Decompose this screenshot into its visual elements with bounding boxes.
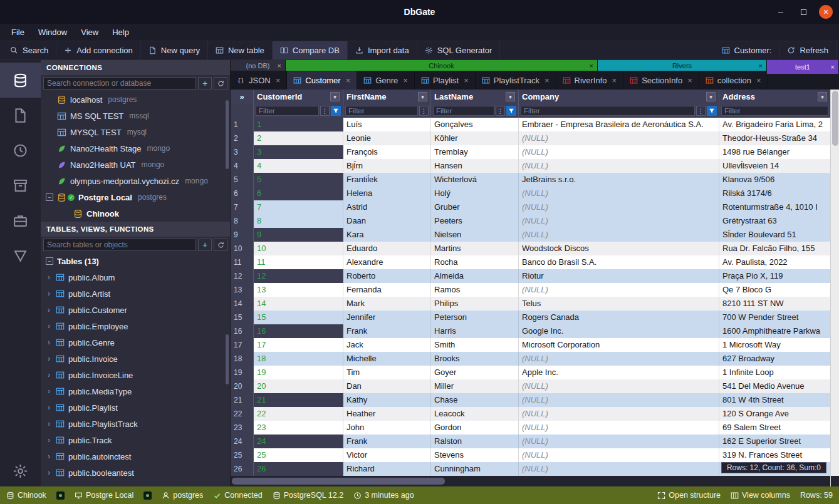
filter-input[interactable]: [521, 106, 695, 116]
document-tab[interactable]: Playlist ×: [415, 71, 476, 90]
tables-group-row[interactable]: − Tables (13): [41, 253, 230, 269]
firstname-cell[interactable]: Heather: [343, 407, 431, 421]
connection-item[interactable]: − Nano2Health UAT mongo: [41, 157, 230, 173]
row-number-cell[interactable]: 5: [231, 173, 254, 187]
company-cell[interactable]: (NULL): [519, 393, 719, 407]
connection-item[interactable]: − Chinook: [41, 205, 230, 222]
row-number-cell[interactable]: 8: [231, 214, 254, 228]
statusbar-action[interactable]: Open structure: [657, 491, 721, 500]
tables-search-input[interactable]: [43, 239, 196, 251]
table-item[interactable]: › public.Track: [41, 432, 230, 448]
table-row[interactable]: 11 11 Alexandre Rocha Banco do Brasil S.…: [231, 255, 830, 269]
column-dropdown-button[interactable]: ▾: [506, 92, 515, 101]
lastname-cell[interactable]: Stevens: [431, 448, 519, 462]
row-number-cell[interactable]: 21: [231, 393, 254, 407]
address-cell[interactable]: Sĺnder Boulevard 51: [719, 228, 830, 242]
lastname-cell[interactable]: Martins: [431, 242, 519, 255]
customerid-cell[interactable]: 2: [254, 131, 343, 145]
document-tab[interactable]: PlaylistTrack ×: [476, 71, 556, 90]
table-row[interactable]: 9 9 Kara Nielsen (NULL) Sĺnder Boulevard…: [231, 228, 830, 242]
company-cell[interactable]: (NULL): [519, 200, 719, 214]
column-header[interactable]: Address ▾: [719, 90, 830, 104]
table-row[interactable]: 20 20 Dan Miller (NULL) 541 Del Medio Av…: [231, 379, 830, 393]
menu-item[interactable]: View: [75, 26, 105, 39]
row-number-cell[interactable]: 26: [231, 462, 254, 476]
row-number-cell[interactable]: 11: [231, 255, 254, 269]
filter-input[interactable]: [721, 106, 828, 116]
close-icon[interactable]: ×: [687, 76, 692, 85]
chevron-right-icon[interactable]: ›: [46, 419, 52, 428]
expander-icon[interactable]: −: [46, 193, 53, 201]
row-number-cell[interactable]: 17: [231, 338, 254, 352]
firstname-cell[interactable]: Alexandre: [343, 255, 431, 269]
connection-item[interactable]: − MS SQL TEST mssql: [41, 108, 230, 124]
lastname-cell[interactable]: Gordon: [431, 421, 519, 435]
toolbar-button[interactable]: Search: [3, 41, 56, 59]
lastname-cell[interactable]: Goyer: [431, 366, 519, 379]
column-header[interactable]: LastName ▾: [431, 90, 519, 104]
funnel-icon-button[interactable]: [331, 106, 341, 116]
row-number-cell[interactable]: 10: [231, 242, 254, 255]
firstname-cell[interactable]: Bjĺrn: [343, 159, 431, 173]
scrollbar-thumb[interactable]: [232, 478, 445, 485]
chevron-right-icon[interactable]: ›: [46, 273, 52, 282]
table-row[interactable]: 16 16 Frank Harris Google Inc. 1600 Amph…: [231, 324, 830, 338]
company-cell[interactable]: Embraer - Empresa Brasileira de Aeronáut…: [519, 118, 719, 131]
table-row[interactable]: 10 10 Eduardo Martins Woodstock Discos R…: [231, 242, 830, 255]
menu-item[interactable]: Window: [32, 26, 73, 39]
firstname-cell[interactable]: Frantiĺek: [343, 173, 431, 187]
customerid-cell[interactable]: 7: [254, 200, 343, 214]
column-dropdown-button[interactable]: ▾: [818, 92, 827, 101]
company-cell[interactable]: (NULL): [519, 421, 719, 435]
customerid-cell[interactable]: 14: [254, 297, 343, 311]
chevron-right-icon[interactable]: ›: [46, 403, 52, 412]
lastname-cell[interactable]: Gruber: [431, 200, 519, 214]
menu-item[interactable]: File: [5, 26, 31, 39]
company-cell[interactable]: (NULL): [519, 131, 719, 145]
chevron-right-icon[interactable]: ›: [46, 468, 52, 477]
document-tab[interactable]: Genre ×: [357, 71, 415, 90]
table-row[interactable]: 6 6 Helena Holý (NULL) Rilská 3174/6: [231, 187, 830, 200]
lastname-cell[interactable]: Ralston: [431, 435, 519, 448]
statusbar-action[interactable]: Rows: 59: [800, 491, 833, 500]
funnel-icon-button[interactable]: [707, 106, 717, 116]
address-cell[interactable]: Av. Brigadeiro Faria Lima, 2: [719, 118, 830, 131]
close-icon[interactable]: ×: [612, 76, 617, 85]
table-item[interactable]: › public.booleantest: [41, 465, 230, 481]
toolbar-button[interactable]: New query: [141, 41, 208, 59]
horizontal-scrollbar[interactable]: [231, 476, 830, 486]
firstname-cell[interactable]: Jennifer: [343, 311, 431, 324]
database-group-tab[interactable]: Rivers ×: [598, 60, 767, 71]
table-item[interactable]: › public.Playlist: [41, 399, 230, 416]
expander-icon[interactable]: −: [46, 257, 53, 265]
customerid-cell[interactable]: 18: [254, 352, 343, 366]
row-number-cell[interactable]: 14: [231, 297, 254, 311]
table-row[interactable]: 23 23 John Gordon (NULL) 69 Salem Street: [231, 421, 830, 435]
lastname-cell[interactable]: Peterson: [431, 311, 519, 324]
row-number-cell[interactable]: 6: [231, 187, 254, 200]
customerid-cell[interactable]: 4: [254, 159, 343, 173]
lastname-cell[interactable]: Smith: [431, 338, 519, 352]
filter-menu-button[interactable]: ⋮: [320, 106, 330, 116]
row-number-cell[interactable]: 25: [231, 448, 254, 462]
table-row[interactable]: 4 4 Bjĺrn Hansen (NULL) Ullevĺlsveien 14: [231, 159, 830, 173]
row-number-cell[interactable]: 12: [231, 269, 254, 283]
customerid-cell[interactable]: 1: [254, 118, 343, 131]
customerid-cell[interactable]: 21: [254, 393, 343, 407]
table-row[interactable]: 25 25 Victor Stevens (NULL) 319 N. Franc…: [231, 448, 830, 462]
company-cell[interactable]: (NULL): [519, 407, 719, 421]
table-item[interactable]: › public.InvoiceLine: [41, 367, 230, 383]
customerid-cell[interactable]: 19: [254, 366, 343, 379]
address-cell[interactable]: 1 Infinite Loop: [719, 366, 830, 379]
company-cell[interactable]: JetBrains s.r.o.: [519, 173, 719, 187]
table-row[interactable]: 14 14 Mark Philips Telus 8210 111 ST NW: [231, 297, 830, 311]
company-cell[interactable]: Rogers Canada: [519, 311, 719, 324]
table-item[interactable]: › public.PlaylistTrack: [41, 416, 230, 432]
filter-menu-button[interactable]: ⋮: [419, 106, 429, 116]
toolbar-button[interactable]: Add connection: [56, 41, 141, 59]
toolbar-button[interactable]: Compare DB: [273, 41, 348, 59]
firstname-cell[interactable]: John: [343, 421, 431, 435]
address-cell[interactable]: Qe 7 Bloco G: [719, 283, 830, 297]
lastname-cell[interactable]: Miller: [431, 379, 519, 393]
rail-icon-button[interactable]: [0, 63, 41, 98]
